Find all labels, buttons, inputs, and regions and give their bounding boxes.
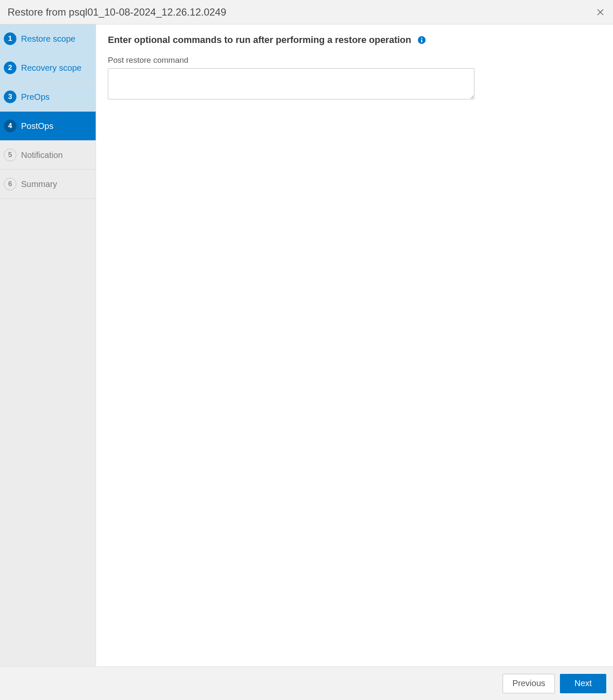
section-title: Enter optional commands to run after per… [108,35,411,45]
info-icon [417,35,426,45]
sidebar-step-recovery-scope[interactable]: 2 Recovery scope [0,53,96,83]
post-restore-command-input[interactable] [108,68,474,99]
dialog-footer: Previous Next [0,666,613,700]
previous-button[interactable]: Previous [503,674,555,693]
close-icon [596,8,605,16]
sidebar-step-preops[interactable]: 3 PreOps [0,83,96,112]
step-number-badge: 6 [4,178,16,190]
main-panel: Enter optional commands to run after per… [96,24,613,666]
step-number-badge: 1 [4,32,16,45]
sidebar-step-notification[interactable]: 5 Notification [0,141,96,170]
step-label: PreOps [21,92,50,102]
dialog-body: 1 Restore scope 2 Recovery scope 3 PreOp… [0,24,613,666]
step-label: Notification [21,150,63,160]
dialog-title: Restore from psql01_10-08-2024_12.26.12.… [8,6,226,18]
dialog-header: Restore from psql01_10-08-2024_12.26.12.… [0,0,613,24]
next-button[interactable]: Next [560,674,606,693]
info-button[interactable] [417,35,426,45]
step-number-badge: 4 [4,120,16,132]
step-number-badge: 3 [4,91,16,103]
section-title-row: Enter optional commands to run after per… [108,35,601,45]
restore-dialog: Restore from psql01_10-08-2024_12.26.12.… [0,0,613,700]
wizard-sidebar: 1 Restore scope 2 Recovery scope 3 PreOp… [0,24,96,666]
sidebar-step-summary[interactable]: 6 Summary [0,170,96,199]
post-restore-command-label: Post restore command [108,56,601,65]
step-label: PostOps [21,121,54,131]
sidebar-step-restore-scope[interactable]: 1 Restore scope [0,24,96,53]
step-number-badge: 5 [4,149,16,161]
step-number-badge: 2 [4,61,16,74]
sidebar-step-postops[interactable]: 4 PostOps [0,112,96,141]
close-button[interactable] [594,6,606,18]
svg-rect-4 [421,40,423,43]
step-label: Recovery scope [21,63,81,73]
svg-point-3 [421,37,423,39]
step-label: Summary [21,179,57,189]
step-label: Restore scope [21,34,75,44]
